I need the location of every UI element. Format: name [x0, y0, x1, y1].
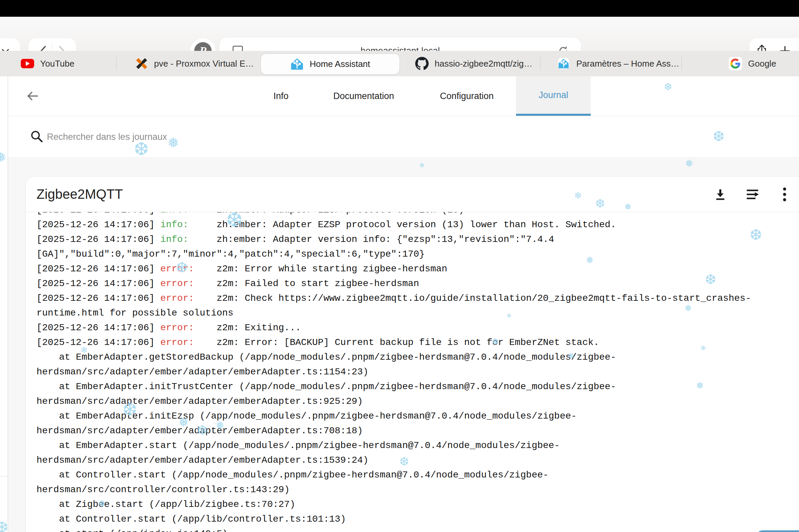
- log-line: at EmberAdapter.initEzsp (/app/node_modu…: [36, 409, 797, 423]
- tab-label: Google: [748, 59, 776, 69]
- log-line: at EmberAdapter.getStoredBackup (/app/no…: [36, 350, 797, 365]
- log-line: herdsman/src/adapter/ember/adapter/ember…: [36, 453, 797, 468]
- log-search-row: [8, 116, 799, 157]
- home-assistant-page: Info Documentation Configuration Journal…: [8, 76, 799, 532]
- log-line: [2025-12-26 14:17:06] error: z2m: Failed…: [36, 277, 797, 291]
- tab-label: Home Assistant: [310, 59, 370, 69]
- addon-content: Zigbee2MQTT [2025-12-26 14:17:06] info: …: [8, 157, 799, 532]
- log-line: herdsman/src/adapter/ember/adapter/ember…: [36, 394, 797, 409]
- youtube-icon: [21, 59, 34, 68]
- log-line: [2025-12-26 14:17:06] error: z2m: Error:…: [36, 335, 797, 350]
- search-input[interactable]: [46, 116, 449, 157]
- log-line: [2025-12-26 14:17:06] error: z2m: Exitin…: [36, 321, 797, 335]
- log-line: [2025-12-26 14:17:06] info: zh:ember: Ad…: [36, 212, 797, 217]
- browser-tab-home-assistant[interactable]: Home Assistant: [260, 54, 400, 75]
- addon-nav: Info Documentation Configuration Journal: [8, 76, 799, 116]
- home-assistant-icon: [557, 57, 570, 70]
- divider: [0, 476, 8, 476]
- browser-tab-github[interactable]: hassio-zigbee2mqtt/zig…: [415, 51, 532, 76]
- wrap-lines-icon: [745, 188, 760, 201]
- home-assistant-icon: [290, 58, 304, 71]
- log-line: runtime.html for possible solutions: [36, 306, 797, 321]
- log-line: at Controller.start (/app/node_modules/.…: [36, 468, 797, 482]
- kebab-menu-icon: [783, 187, 787, 202]
- safari-window: P homeassistant.local YouTube: [0, 0, 799, 532]
- refresh-button-peek[interactable]: [756, 530, 799, 532]
- github-icon: [415, 57, 429, 70]
- tab-divider: [116, 57, 116, 70]
- wrap-lines-button[interactable]: [741, 177, 765, 212]
- tab-divider: [540, 57, 541, 70]
- more-options-button[interactable]: [773, 177, 797, 212]
- log-card-header: Zigbee2MQTT: [26, 177, 799, 212]
- download-icon: [714, 188, 727, 201]
- back-arrow-button[interactable]: [25, 76, 39, 116]
- tab-journal[interactable]: Journal: [516, 76, 591, 116]
- log-line: at EmberAdapter.start (/app/node_modules…: [36, 438, 797, 453]
- browser-tab-youtube[interactable]: YouTube: [21, 51, 74, 76]
- tab-divider: [682, 57, 682, 70]
- browser-toolbar: P homeassistant.local: [0, 17, 799, 51]
- macos-menubar: [0, 0, 799, 17]
- browser-tab-google[interactable]: Google: [729, 51, 776, 76]
- log-line: [2025-12-26 14:17:06] error: z2m: Error …: [36, 262, 797, 277]
- tab-configuration[interactable]: Configuration: [440, 76, 494, 116]
- tab-label: hassio-zigbee2mqtt/zig…: [435, 59, 532, 69]
- tab-info[interactable]: Info: [273, 76, 288, 116]
- tab-label: YouTube: [40, 59, 74, 69]
- log-line: at Zigbee.start (/app/lib/zigbee.ts:70:2…: [36, 497, 797, 512]
- search-icon: [29, 129, 45, 145]
- browser-tab-parametres[interactable]: Paramètres – Home Ass…: [557, 51, 679, 76]
- log-line: [GA]","build":0,"major":7,"minor":4,"pat…: [36, 247, 797, 262]
- log-card: Zigbee2MQTT [2025-12-26 14:17:06] info: …: [25, 176, 799, 532]
- download-logs-button[interactable]: [708, 177, 732, 212]
- log-line: at Controller.start (/app/lib/controller…: [36, 512, 797, 527]
- proxmox-icon: [135, 57, 148, 70]
- google-icon: [729, 57, 742, 70]
- browser-tab-proxmox[interactable]: pve - Proxmox Virtual E…: [135, 51, 254, 76]
- browser-tabstrip: YouTube pve - Proxmox Virtual E… Home As…: [0, 51, 799, 77]
- log-line: at EmberAdapter.initTrustCenter (/app/no…: [36, 379, 797, 394]
- log-line: [2025-12-26 14:17:06] info: zh:ember: Ad…: [36, 217, 797, 232]
- log-line: at start (/app/index.js:140:5): [36, 527, 797, 532]
- log-line: [2025-12-26 14:17:06] info: zh:ember: Ad…: [36, 232, 797, 247]
- log-output[interactable]: [2025-12-26 14:17:06] info: zh:ember: Ad…: [26, 212, 799, 532]
- page-left-gutter: [0, 76, 8, 532]
- log-line: herdsman/src/adapter/ember/adapter/ember…: [36, 365, 797, 379]
- log-line: herdsman/src/controller/controller.ts:14…: [36, 482, 797, 497]
- tab-documentation[interactable]: Documentation: [333, 76, 394, 116]
- log-line: [2025-12-26 14:17:06] error: z2m: Check …: [36, 291, 797, 306]
- tab-label: pve - Proxmox Virtual E…: [154, 59, 254, 69]
- tab-label: Paramètres – Home Ass…: [576, 59, 679, 69]
- log-line: herdsman/src/adapter/ember/adapter/ember…: [36, 423, 797, 438]
- card-title: Zigbee2MQTT: [36, 177, 123, 212]
